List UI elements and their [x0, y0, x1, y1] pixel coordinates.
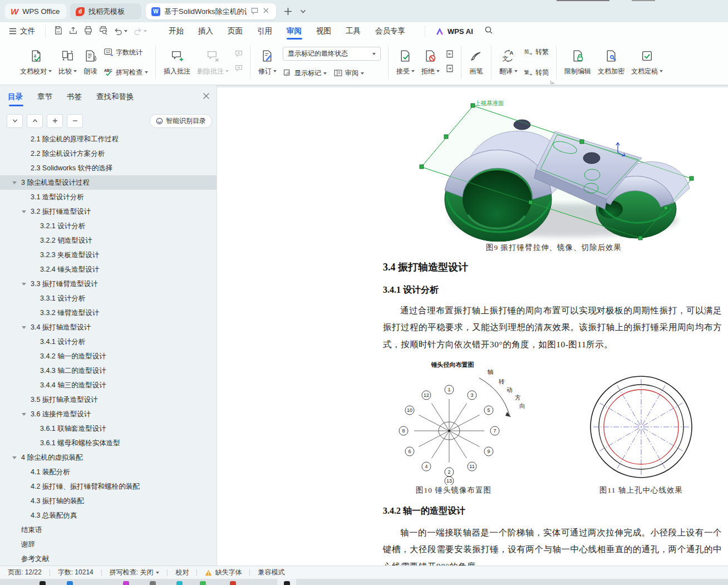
new-tab-button[interactable] — [281, 4, 294, 18]
menu-tab-0[interactable]: 开始 — [161, 22, 191, 40]
redo-button[interactable] — [133, 27, 147, 36]
translate-button[interactable]: 文A 翻译 — [496, 44, 521, 81]
taskbar-app-icon[interactable] — [284, 581, 290, 585]
finalize-button[interactable]: 文档定稿 — [628, 44, 666, 81]
revise-button[interactable]: 修订 — [255, 44, 280, 81]
toc-item[interactable]: 4.1 装配分析 — [0, 465, 217, 479]
toc-collapse-arrow-icon[interactable] — [22, 326, 26, 329]
menu-tab-3[interactable]: 引用 — [250, 22, 279, 40]
insert-comment-button[interactable]: 插入批注 — [160, 44, 194, 81]
toc-item[interactable]: 3.4.3 轴二的造型设计 — [0, 363, 217, 378]
toc-item[interactable]: 参考文献 — [0, 552, 217, 566]
taskbar-app-icon[interactable] — [123, 581, 129, 585]
toc-collapse-arrow-icon[interactable] — [22, 210, 26, 213]
to-simplified-button[interactable]: 繁 转简 — [524, 68, 549, 77]
file-menu-button[interactable]: 文件 — [9, 26, 35, 36]
toc-item[interactable]: 4.3 振打轴的装配 — [0, 494, 217, 508]
toc-item[interactable]: 2.3 Solidworks 软件的选择 — [0, 161, 217, 175]
pen-button[interactable]: 画笔 — [466, 44, 486, 81]
toc-item[interactable]: 3.4.4 轴三的造型设计 — [0, 378, 217, 392]
toc-item[interactable]: 3.6 连接件造型设计 — [0, 407, 217, 421]
sidebar-tab-2[interactable]: 书签 — [67, 92, 82, 106]
collapse-all-button[interactable] — [27, 114, 43, 128]
toc-item[interactable]: 3.5 振打轴承造型设计 — [0, 392, 217, 407]
export-icon[interactable] — [68, 26, 78, 37]
accept-button[interactable]: 接受 — [393, 44, 418, 81]
menu-tab-2[interactable]: 页面 — [220, 22, 250, 40]
restrict-edit-button[interactable]: 限制编辑 — [561, 44, 594, 81]
taskbar-app-icon[interactable] — [230, 581, 236, 585]
comment-bubble-icon[interactable] — [250, 7, 259, 17]
save-icon[interactable] — [53, 26, 63, 37]
toc-item[interactable]: 3.2.1 设计分析 — [0, 219, 217, 233]
tab-active-document[interactable]: W 基于SolidWorks除尘机的设计 — [146, 3, 276, 19]
toc-item[interactable]: 3 除尘机造型设计过程 — [0, 175, 217, 190]
spellcheck-indicator[interactable]: 拼写检查: 关闭 — [110, 568, 160, 577]
compare-button[interactable]: 比较 — [55, 44, 80, 81]
toc-item[interactable]: 3.3 振打锤臂造型设计 — [0, 277, 217, 291]
wps-ai-zone[interactable]: WPS AI — [425, 26, 493, 37]
toc-item[interactable]: 4.2 振打锤、振打锤臂和螺栓的装配 — [0, 479, 217, 494]
taskbar-app-icon[interactable] — [176, 581, 183, 585]
smart-recognize-toc-button[interactable]: 智能识别目录 — [150, 114, 212, 128]
menu-tab-5[interactable]: 视图 — [309, 22, 338, 40]
missing-font-warning[interactable]: 缺失字体 — [205, 568, 242, 577]
compat-mode-indicator[interactable]: 兼容模式 — [258, 568, 284, 577]
toc-item[interactable]: 3.2.3 夹板造型设计 — [0, 248, 217, 262]
read-aloud-button[interactable]: 朗读 — [80, 44, 101, 81]
toc-item[interactable]: 3.4 振打轴造型设计 — [0, 320, 217, 335]
delete-comment-button[interactable]: 删除批注 — [194, 44, 232, 81]
zoom-in-button[interactable] — [47, 114, 63, 128]
toc-item[interactable]: 3.4.2 轴一的造型设计 — [0, 349, 217, 363]
toc-item[interactable]: 3.3.1 设计分析 — [0, 291, 217, 306]
toc-item[interactable]: 结束语 — [0, 523, 217, 537]
prev-revision-icon[interactable] — [445, 49, 455, 61]
toc-item[interactable]: 3.2.2 销造型设计 — [0, 233, 217, 248]
toc-item[interactable]: 3.2 振打锤造型设计 — [0, 204, 217, 219]
toc-item[interactable]: 3.4.1 设计分析 — [0, 335, 217, 349]
zoom-out-button[interactable] — [67, 114, 83, 128]
search-icon[interactable] — [484, 26, 493, 37]
toc-item[interactable]: 3.6.1 联轴套造型设计 — [0, 421, 217, 436]
toc-item[interactable]: 3.1 造型设计分析 — [0, 190, 217, 204]
review-pane-button[interactable]: 审阅 — [333, 68, 364, 78]
document-canvas[interactable]: 上视基准面 图9 振打锤臂拉伸、镜像、切除后效果 3.4 振打轴造型设计 3.4… — [217, 85, 728, 566]
print-preview-icon[interactable] — [99, 26, 108, 37]
doc-proof-button[interactable]: a 文档校对 — [17, 44, 55, 81]
toc-collapse-arrow-icon[interactable] — [22, 283, 26, 286]
sidebar-tab-1[interactable]: 章节 — [37, 92, 52, 106]
taskbar-app-icon[interactable] — [40, 581, 46, 585]
undo-button[interactable] — [114, 27, 127, 36]
toc-collapse-arrow-icon[interactable] — [22, 413, 26, 416]
tab-docer-templates[interactable]: d 找稻壳模板 — [70, 3, 141, 19]
sidebar-tab-3[interactable]: 查找和替换 — [96, 92, 134, 106]
word-count-button[interactable]: 12+ 字数统计 — [104, 47, 148, 57]
menu-tab-6[interactable]: 工具 — [338, 22, 368, 40]
toc-item[interactable]: 2.1 除尘机的原理和工作过程 — [0, 132, 217, 146]
next-comment-icon[interactable] — [234, 63, 244, 76]
spell-check-button[interactable]: ABC 拼写检查 — [104, 67, 148, 77]
menu-tab-1[interactable]: 插入 — [191, 22, 220, 40]
toc-item[interactable]: 3.2.4 锤头造型设计 — [0, 262, 217, 277]
markup-state-select[interactable]: 显示标记的最终状态 — [283, 47, 381, 61]
reject-button[interactable]: 拒绝 — [418, 44, 443, 81]
to-traditional-button[interactable]: 简 转繁 — [524, 47, 549, 57]
show-markup-button[interactable]: 显示标记 — [283, 68, 327, 78]
next-revision-icon[interactable] — [445, 63, 455, 76]
prev-comment-icon[interactable] — [234, 49, 244, 61]
taskbar-app-icon[interactable] — [150, 581, 156, 585]
toc-item[interactable]: 谢辞 — [0, 537, 217, 552]
close-tab-icon[interactable] — [263, 7, 269, 16]
toc-item[interactable]: 4.3 总装配仿真 — [0, 508, 217, 523]
expand-all-button[interactable] — [7, 114, 23, 128]
page-indicator[interactable]: 页面: 12/22 — [8, 568, 42, 577]
proofread-button[interactable]: 校对 — [175, 568, 189, 577]
taskbar-app-icon[interactable] — [200, 581, 206, 585]
toc-item[interactable]: 2.2 除尘机设计方案分析 — [0, 146, 217, 161]
word-count-indicator[interactable]: 字数: 10214 — [58, 568, 94, 577]
menu-tab-7[interactable]: 会员专享 — [368, 22, 412, 40]
menu-tab-4[interactable]: 审阅 — [279, 22, 309, 40]
toc-collapse-arrow-icon[interactable] — [12, 456, 17, 459]
encrypt-button[interactable]: 文档加密 — [594, 44, 628, 81]
tab-list-chevron-icon[interactable] — [296, 4, 309, 18]
